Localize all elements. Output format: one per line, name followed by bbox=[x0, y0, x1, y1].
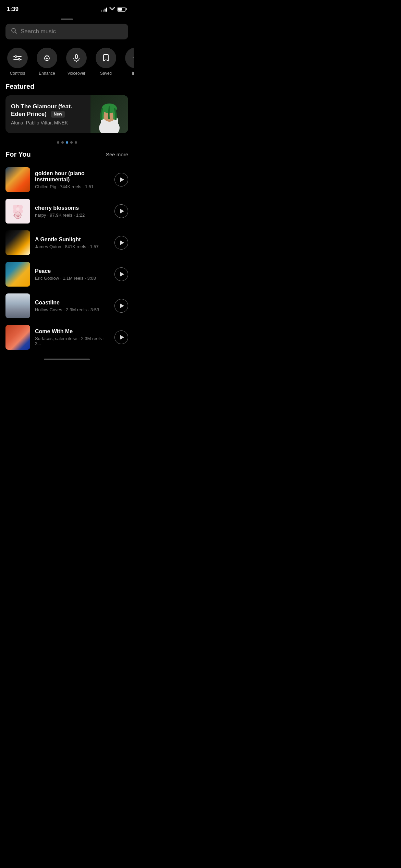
battery-icon bbox=[117, 7, 127, 12]
status-time: 1:39 bbox=[7, 6, 19, 13]
search-container[interactable]: Search music bbox=[0, 24, 134, 45]
signal-icon bbox=[101, 7, 107, 12]
action-imp[interactable]: Imp bbox=[123, 48, 134, 76]
svg-point-23 bbox=[16, 207, 20, 211]
track-meta-2: narpy · 97.9K reels · 1:22 bbox=[35, 213, 110, 218]
list-item[interactable]: Peace Eric Godlow · 1.1M reels · 3:08 bbox=[5, 258, 128, 290]
dot-1 bbox=[57, 141, 59, 144]
track-title-4: Peace bbox=[35, 268, 110, 274]
imp-label: Imp bbox=[132, 71, 134, 76]
home-indicator bbox=[0, 353, 134, 363]
imp-icon bbox=[125, 48, 134, 68]
svg-point-8 bbox=[47, 55, 48, 56]
track-thumb-2: ◠ω◠ bbox=[5, 199, 30, 224]
svg-text:◠ω◠: ◠ω◠ bbox=[13, 214, 22, 217]
dot-4 bbox=[70, 141, 73, 144]
play-button-2[interactable] bbox=[114, 204, 128, 218]
svg-rect-9 bbox=[75, 55, 77, 59]
track-info-4: Peace Eric Godlow · 1.1M reels · 3:08 bbox=[35, 268, 110, 281]
for-you-header: For You See more bbox=[0, 150, 134, 164]
list-item[interactable]: Come With Me Surfaces, salem ilese · 2.3… bbox=[5, 322, 128, 353]
list-item[interactable]: ◠ω◠ cherry blossoms narpy · 97.9K reels … bbox=[5, 195, 128, 227]
voiceover-icon bbox=[66, 48, 87, 68]
handle-bar bbox=[0, 16, 134, 24]
list-item[interactable]: A Gentle Sunlight James Quinn · 841K ree… bbox=[5, 227, 128, 258]
track-title-1: golden hour (piano instrumental) bbox=[35, 170, 110, 183]
search-icon bbox=[11, 28, 17, 35]
track-title-5: Coastline bbox=[35, 300, 110, 306]
action-controls[interactable]: Controls bbox=[5, 48, 29, 76]
status-icons bbox=[101, 7, 127, 12]
dot-5 bbox=[75, 141, 77, 144]
list-item[interactable]: Coastline Hollow Coves · 2.9M reels · 3:… bbox=[5, 290, 128, 322]
featured-artist: Aluna, Pabllo Vittar, MNEK bbox=[11, 120, 85, 125]
search-input-placeholder: Search music bbox=[21, 28, 56, 35]
featured-title: Featured bbox=[0, 83, 134, 95]
play-button-6[interactable] bbox=[114, 330, 128, 344]
for-you-section: For You See more golden hour (piano inst… bbox=[0, 150, 134, 353]
featured-section: Featured Oh The Glamour (feat. Eden Prin… bbox=[0, 83, 134, 150]
track-title-3: A Gentle Sunlight bbox=[35, 237, 110, 243]
track-meta-5: Hollow Coves · 2.9M reels · 3:53 bbox=[35, 307, 110, 312]
play-button-5[interactable] bbox=[114, 299, 128, 313]
track-thumb-4 bbox=[5, 262, 30, 287]
list-item[interactable]: golden hour (piano instrumental) Chilled… bbox=[5, 164, 128, 195]
track-info-2: cherry blossoms narpy · 97.9K reels · 1:… bbox=[35, 205, 110, 218]
music-list: golden hour (piano instrumental) Chilled… bbox=[0, 164, 134, 353]
track-info-3: A Gentle Sunlight James Quinn · 841K ree… bbox=[35, 237, 110, 249]
action-voiceover[interactable]: Voiceover bbox=[64, 48, 88, 76]
track-meta-1: Chilled Pig · 744K reels · 1:51 bbox=[35, 184, 110, 189]
track-title-6: Come With Me bbox=[35, 328, 110, 335]
dot-3 bbox=[66, 141, 68, 144]
play-button-4[interactable] bbox=[114, 267, 128, 281]
track-info-6: Come With Me Surfaces, salem ilese · 2.3… bbox=[35, 328, 110, 346]
enhance-icon bbox=[37, 48, 57, 68]
saved-label: Saved bbox=[100, 71, 112, 76]
status-bar: 1:39 bbox=[0, 0, 134, 16]
see-more-button[interactable]: See more bbox=[106, 152, 128, 157]
track-thumb-3 bbox=[5, 230, 30, 255]
featured-card[interactable]: Oh The Glamour (feat. Eden Prince) New A… bbox=[5, 95, 128, 133]
wifi-icon bbox=[109, 7, 115, 11]
for-you-title: For You bbox=[5, 150, 31, 158]
controls-label: Controls bbox=[10, 71, 25, 76]
play-button-3[interactable] bbox=[114, 236, 128, 250]
dot-2 bbox=[61, 141, 64, 144]
featured-song-title: Oh The Glamour (feat. Eden Prince) New bbox=[11, 103, 85, 118]
track-meta-3: James Quinn · 841K reels · 1:57 bbox=[35, 244, 110, 249]
play-button-1[interactable] bbox=[114, 173, 128, 186]
controls-icon bbox=[7, 48, 28, 68]
track-info-5: Coastline Hollow Coves · 2.9M reels · 3:… bbox=[35, 300, 110, 312]
carousel-dots bbox=[0, 138, 134, 150]
track-meta-4: Eric Godlow · 1.1M reels · 3:08 bbox=[35, 276, 110, 281]
saved-icon bbox=[96, 48, 116, 68]
action-saved[interactable]: Saved bbox=[94, 48, 118, 76]
search-bar[interactable]: Search music bbox=[5, 24, 128, 39]
actions-row: Controls Enhance Voiceover bbox=[0, 45, 134, 83]
voiceover-label: Voiceover bbox=[68, 71, 86, 76]
track-meta-6: Surfaces, salem ilese · 2.3M reels · 3..… bbox=[35, 336, 110, 346]
track-thumb-6 bbox=[5, 325, 30, 350]
track-thumb-1 bbox=[5, 167, 30, 192]
track-thumb-5 bbox=[5, 293, 30, 318]
action-enhance[interactable]: Enhance bbox=[35, 48, 59, 76]
featured-badge: New bbox=[51, 111, 65, 118]
enhance-label: Enhance bbox=[39, 71, 55, 76]
track-info-1: golden hour (piano instrumental) Chilled… bbox=[35, 170, 110, 189]
track-title-2: cherry blossoms bbox=[35, 205, 110, 211]
featured-text: Oh The Glamour (feat. Eden Prince) New A… bbox=[5, 97, 90, 131]
featured-image bbox=[90, 95, 128, 133]
